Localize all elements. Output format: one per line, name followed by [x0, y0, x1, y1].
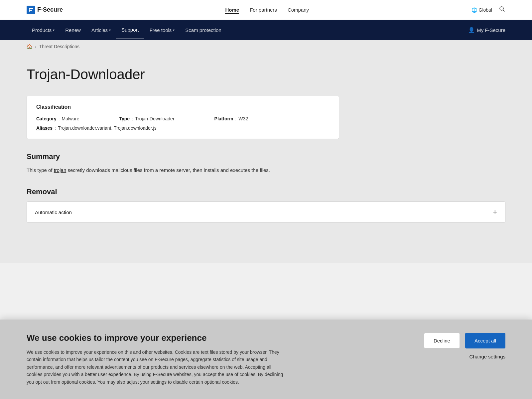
type-colon: :: [132, 116, 133, 121]
platform-colon: :: [235, 116, 236, 121]
f-secure-logo-icon: [27, 6, 35, 14]
secondary-navigation: Products ▾ Renew Articles ▾ Support Free…: [0, 20, 532, 40]
top-navigation: F-Secure Home For partners Company 🌐 Glo…: [0, 0, 532, 20]
search-icon: [499, 6, 505, 12]
user-icon: 👤: [468, 27, 475, 33]
page-title: Trojan-Downloader: [27, 66, 505, 82]
category-label[interactable]: Category: [36, 116, 57, 121]
search-button[interactable]: [499, 6, 505, 14]
aliases-colon: :: [55, 125, 56, 131]
classification-row-1: Category : Malware Type : Trojan-Downloa…: [36, 116, 330, 121]
aliases-row: Aliases : Trojan.downloader.variant, Tro…: [36, 125, 330, 131]
summary-text: This type of trojan secretly downloads m…: [27, 166, 505, 174]
nav-articles[interactable]: Articles ▾: [86, 21, 116, 39]
home-icon: 🏠: [27, 44, 32, 49]
breadcrumb-home[interactable]: 🏠: [27, 44, 32, 49]
platform-value: W32: [238, 116, 248, 121]
aliases-value: Trojan.downloader.variant, Trojan.downlo…: [58, 125, 157, 131]
main-content: Trojan-Downloader Classification Categor…: [0, 53, 532, 263]
nav-scam-protection[interactable]: Scam protection: [180, 21, 226, 39]
top-nav-home[interactable]: Home: [225, 7, 239, 14]
category-value: Malware: [62, 116, 79, 121]
platform-label[interactable]: Platform: [214, 116, 233, 121]
my-account-link[interactable]: 👤 My F-Secure: [468, 27, 505, 33]
accordion-header[interactable]: Automatic action +: [27, 202, 505, 222]
free-tools-chevron-icon: ▾: [173, 28, 175, 32]
top-nav-company[interactable]: Company: [288, 7, 309, 13]
accordion-label: Automatic action: [35, 209, 72, 215]
summary-title: Summary: [27, 152, 505, 161]
category-colon: :: [59, 116, 60, 121]
nav-support[interactable]: Support: [116, 21, 144, 39]
breadcrumb-current: Threat Descriptions: [39, 44, 79, 49]
accordion-item: Automatic action +: [27, 201, 505, 223]
classification-card: Classification Category : Malware Type :…: [27, 96, 339, 139]
logo[interactable]: F-Secure: [27, 6, 63, 14]
accordion-expand-icon: +: [493, 208, 497, 216]
breadcrumb-separator: ›: [35, 44, 37, 49]
summary-section: Summary This type of trojan secretly dow…: [27, 152, 505, 174]
trojan-link[interactable]: trojan: [54, 167, 66, 173]
top-nav-links: Home For partners Company: [225, 7, 309, 13]
top-nav-right: 🌐 Global: [471, 6, 505, 14]
category-field: Category : Malware: [36, 116, 79, 121]
breadcrumb: 🏠 › Threat Descriptions: [0, 40, 532, 53]
removal-section: Removal Automatic action +: [27, 188, 505, 223]
nav-renew[interactable]: Renew: [60, 21, 86, 39]
nav-products[interactable]: Products ▾: [27, 21, 60, 39]
svg-point-1: [500, 7, 503, 10]
removal-title: Removal: [27, 188, 505, 196]
nav-free-tools[interactable]: Free tools ▾: [144, 21, 180, 39]
top-nav-partners[interactable]: For partners: [250, 7, 277, 13]
articles-chevron-icon: ▾: [109, 28, 111, 32]
global-selector[interactable]: 🌐 Global: [471, 7, 492, 13]
type-value: Trojan-Downloader: [135, 116, 175, 121]
my-fsecure-link[interactable]: 👤 My F-Secure: [468, 27, 505, 33]
platform-field: Platform : W32: [214, 116, 248, 121]
sec-nav-links: Products ▾ Renew Articles ▾ Support Free…: [27, 21, 227, 39]
products-chevron-icon: ▾: [53, 28, 55, 32]
logo-text: F-Secure: [37, 6, 63, 13]
globe-icon: 🌐: [471, 7, 477, 13]
aliases-label[interactable]: Aliases: [36, 125, 53, 131]
classification-title: Classification: [36, 104, 330, 110]
global-label: Global: [479, 7, 492, 13]
type-label[interactable]: Type: [119, 116, 130, 121]
type-field: Type : Trojan-Downloader: [119, 116, 174, 121]
